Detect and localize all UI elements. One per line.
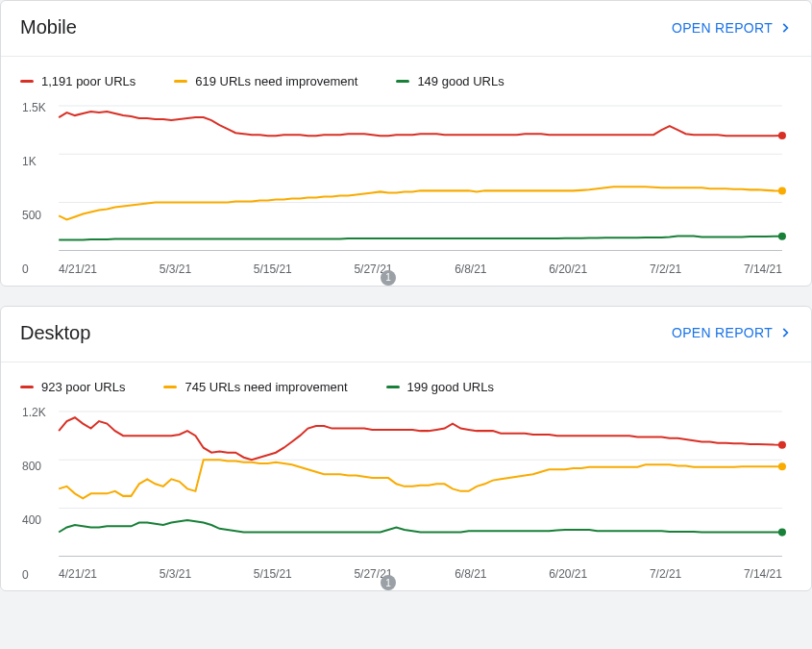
divider <box>1 56 811 57</box>
x-tick-label: 7/2/21 <box>650 262 681 276</box>
y-tick-label: 500 <box>22 209 41 222</box>
swatch-good <box>386 386 400 388</box>
x-tick-label: 7/14/21 <box>744 262 782 276</box>
series-good <box>59 520 782 533</box>
legend-item-poor: 1,191 poor URLs <box>20 74 135 88</box>
series-good-endpoint <box>778 528 786 536</box>
open-report-label: OPEN REPORT <box>672 20 773 36</box>
series-poor-endpoint <box>778 440 786 448</box>
swatch-poor <box>20 386 34 388</box>
legend-label: 619 URLs need improvement <box>195 74 357 88</box>
y-tick-label: 0 <box>22 262 29 276</box>
x-tick-label: 5/15/21 <box>254 262 292 276</box>
open-report-button-desktop[interactable]: OPEN REPORT <box>672 325 792 340</box>
y-tick-label: 1.2K <box>22 406 46 419</box>
chart-marker[interactable]: 1 <box>381 575 396 590</box>
desktop-card: Desktop OPEN REPORT 923 poor URLs 745 UR… <box>0 306 812 592</box>
legend-item-poor: 923 poor URLs <box>20 380 125 394</box>
mobile-header: Mobile OPEN REPORT <box>20 16 792 38</box>
y-tick-label: 0 <box>22 568 29 582</box>
series-good <box>59 237 782 240</box>
series-poor-endpoint <box>778 132 786 139</box>
x-tick-label: 6/20/21 <box>549 567 587 581</box>
x-tick-label: 4/21/21 <box>59 567 97 581</box>
legend-label: 923 poor URLs <box>41 380 125 394</box>
legend-label: 745 URLs need improvement <box>185 380 347 394</box>
divider <box>1 362 811 362</box>
x-axis-labels: 4/21/215/3/215/15/215/27/216/8/216/20/21… <box>20 567 792 581</box>
chart-svg <box>20 92 792 257</box>
y-tick-label: 400 <box>22 513 41 527</box>
open-report-label: OPEN REPORT <box>672 325 773 340</box>
x-axis-labels: 4/21/215/3/215/15/215/27/216/8/216/20/21… <box>20 262 792 276</box>
desktop-chart: 04008001.2K14/21/215/3/215/15/215/27/216… <box>20 398 792 582</box>
series-poor <box>59 112 782 136</box>
desktop-header: Desktop OPEN REPORT <box>20 322 792 344</box>
x-tick-label: 6/8/21 <box>455 262 486 276</box>
x-tick-label: 7/14/21 <box>744 567 782 581</box>
legend-label: 199 good URLs <box>407 380 494 394</box>
series-needs <box>59 187 782 219</box>
chevron-right-icon <box>778 326 792 339</box>
x-tick-label: 5/3/21 <box>160 262 191 276</box>
y-tick-label: 1.5K <box>22 101 46 114</box>
mobile-legend: 1,191 poor URLs 619 URLs need improvemen… <box>20 74 792 88</box>
desktop-legend: 923 poor URLs 745 URLs need improvement … <box>20 380 792 394</box>
chart-marker[interactable]: 1 <box>381 270 396 286</box>
legend-item-needs: 619 URLs need improvement <box>174 74 357 88</box>
x-tick-label: 7/2/21 <box>650 567 681 581</box>
mobile-card: Mobile OPEN REPORT 1,191 poor URLs 619 U… <box>0 0 812 287</box>
x-tick-label: 4/21/21 <box>59 262 97 276</box>
series-needs-endpoint <box>778 187 786 194</box>
x-tick-label: 5/15/21 <box>254 567 292 581</box>
mobile-chart: 05001K1.5K14/21/215/3/215/15/215/27/216/… <box>20 92 792 276</box>
series-needs <box>59 460 782 498</box>
open-report-button-mobile[interactable]: OPEN REPORT <box>672 20 792 36</box>
x-tick-label: 5/3/21 <box>160 567 191 581</box>
series-poor <box>59 417 782 460</box>
legend-label: 149 good URLs <box>417 74 504 88</box>
chart-svg <box>20 398 792 562</box>
desktop-title: Desktop <box>20 322 90 344</box>
series-good-endpoint <box>778 233 786 240</box>
legend-label: 1,191 poor URLs <box>41 74 135 88</box>
x-tick-label: 6/20/21 <box>549 262 587 276</box>
y-tick-label: 800 <box>22 460 41 473</box>
swatch-needs <box>163 386 177 388</box>
swatch-good <box>396 80 409 83</box>
swatch-needs <box>174 80 187 83</box>
legend-item-good: 149 good URLs <box>396 74 504 88</box>
mobile-title: Mobile <box>20 16 77 38</box>
y-tick-label: 1K <box>22 155 37 168</box>
legend-item-needs: 745 URLs need improvement <box>163 380 347 394</box>
legend-item-good: 199 good URLs <box>386 380 494 394</box>
chevron-right-icon <box>778 21 792 35</box>
series-needs-endpoint <box>778 462 786 470</box>
swatch-poor <box>20 80 34 83</box>
x-tick-label: 6/8/21 <box>455 567 486 581</box>
